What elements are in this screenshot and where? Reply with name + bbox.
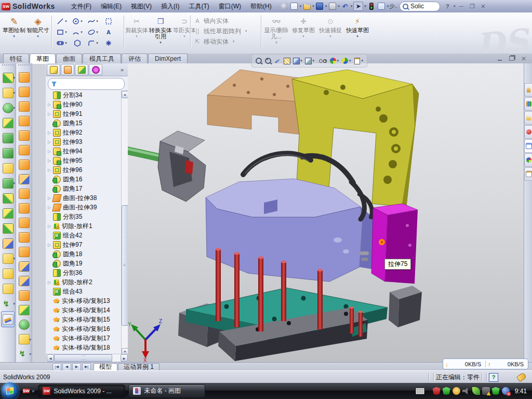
start-button[interactable] xyxy=(1,382,19,399)
circle-icon[interactable]: ▾ xyxy=(70,16,85,26)
line-icon[interactable]: ▾ xyxy=(54,16,70,26)
fillet-icon[interactable]: ▾ xyxy=(0,100,16,115)
surface-revolve-icon[interactable]: ▾ xyxy=(16,85,32,99)
command-tab[interactable]: 模具工具 xyxy=(83,54,121,63)
study-nav-button[interactable]: ◀ xyxy=(62,363,71,371)
options-icon[interactable] xyxy=(377,2,386,10)
planar-surface-icon[interactable]: ▾ xyxy=(16,157,32,172)
delete-body-icon[interactable]: ▾ xyxy=(0,266,16,281)
dropdown-arrow-icon[interactable]: ▾ xyxy=(136,34,138,38)
taskbar-clock[interactable]: 9:41 xyxy=(515,388,527,395)
solidworks-resources-icon[interactable] xyxy=(524,125,532,139)
view-orientation-icon[interactable]: ▾ xyxy=(292,57,303,64)
rib-icon[interactable]: ▾ xyxy=(0,130,16,145)
linear-sketch-pattern-icon[interactable]: ⣿ 线性草图阵列 ▾ xyxy=(193,27,248,35)
help-button[interactable]: ? xyxy=(443,3,453,10)
untrim-surface-icon[interactable]: ▾ xyxy=(16,274,32,288)
feature-tree-item[interactable]: ▷ 实体-移动/复制14 xyxy=(46,305,121,315)
file-explorer-icon[interactable] xyxy=(524,111,532,125)
extrude-boss-icon[interactable]: ▾ xyxy=(0,85,16,100)
search-value[interactable]: Solic xyxy=(410,3,424,10)
delete-face-icon[interactable]: ▾ xyxy=(16,216,32,230)
feature-tree-item[interactable]: ▷ 圆角16 xyxy=(46,175,121,184)
dropdown-arrow-icon[interactable]: ▾ xyxy=(13,76,15,80)
dropdown-arrow-icon[interactable]: ▾ xyxy=(13,302,15,306)
study-nav-button[interactable]: |◀ xyxy=(52,363,61,371)
feature-tree-item[interactable]: ▷ 圆角18 xyxy=(46,249,121,259)
point-icon[interactable]: ▾ xyxy=(16,332,32,347)
quick-snaps-icon[interactable]: ⊙ 快速捕捉 ▾ xyxy=(317,14,344,50)
graphics-area[interactable]: Y Z X xyxy=(128,63,524,362)
command-tab[interactable]: 特征 xyxy=(3,54,29,63)
hole-wizard-icon[interactable]: ▾ xyxy=(0,161,16,176)
reference-geometry-icon[interactable]: ▾ xyxy=(0,281,16,296)
menu-item[interactable]: 工具(T) xyxy=(184,1,214,12)
dropdown-arrow-icon[interactable]: ▾ xyxy=(245,29,247,33)
feature-tree-item[interactable]: ▷ 实体-移动/复制13 xyxy=(46,296,121,305)
updater-icon[interactable] xyxy=(472,387,480,395)
insert-part-icon[interactable]: ▾ xyxy=(0,251,16,266)
instant3d-icon[interactable]: ▾ xyxy=(1,311,15,327)
trim-surface-icon[interactable]: ▾ xyxy=(16,259,32,274)
toolbar-drag-handle[interactable] xyxy=(18,64,30,69)
featuremanager-tab-icon[interactable] xyxy=(47,64,60,75)
extrude-cut-icon[interactable]: ▾ xyxy=(0,70,16,85)
input-method-icon[interactable] xyxy=(416,388,424,394)
spline-tool-icon[interactable]: ↯ ▾ xyxy=(16,347,32,361)
feature-tree-item[interactable]: ▷ 实体-移动/复制18 xyxy=(46,343,121,352)
dropdown-arrow-icon[interactable]: ▾ xyxy=(13,34,15,38)
feature-tree-item[interactable]: ▷ 分割34 xyxy=(46,90,121,100)
toolbar-drag-handle[interactable] xyxy=(2,64,14,69)
convert-entities-icon[interactable]: ❒ 转换实体引用 ▾ xyxy=(149,14,172,50)
tree-horizontal-scrollbar[interactable]: ◀ ▶ xyxy=(46,354,129,362)
curved-surface-icon[interactable]: ▾ xyxy=(16,201,32,216)
zoom-area-icon[interactable] xyxy=(264,57,272,64)
expander-icon[interactable]: ▷ xyxy=(48,224,53,229)
dimxpertmanager-tab-icon[interactable] xyxy=(89,64,102,75)
rebuild-icon[interactable] xyxy=(367,2,376,10)
feature-tree-item[interactable]: ▷ 曲面-拉伸39 xyxy=(46,203,121,212)
command-tab[interactable]: 评估 xyxy=(122,54,148,63)
boundary-surface-icon[interactable]: ▾ xyxy=(16,128,32,143)
capture-toolbar-label[interactable]: 少.. xyxy=(389,3,397,10)
dropdown-arrow-icon[interactable]: ▾ xyxy=(302,34,304,38)
command-tab[interactable]: 曲面 xyxy=(56,54,82,63)
undo-icon[interactable]: ↶ xyxy=(341,2,350,10)
ruled-surface-icon[interactable]: ▾ xyxy=(16,245,32,259)
feature-tree-item[interactable]: ▷ 拉伸93 xyxy=(46,137,121,147)
combine-icon[interactable]: ▾ xyxy=(0,191,16,206)
curve-icon[interactable]: ↯ ▾ xyxy=(0,296,16,311)
view-palette-icon[interactable] xyxy=(524,139,532,153)
dropdown-arrow-icon[interactable]: ▾ xyxy=(356,34,358,38)
knit-surface-icon[interactable]: ▾ xyxy=(16,172,32,187)
feature-tree-item[interactable]: ▷ 分割36 xyxy=(46,268,121,277)
expander-icon[interactable]: ▷ xyxy=(48,158,53,163)
apply-scene-icon[interactable]: ▾ xyxy=(341,57,352,64)
quick-tips-button[interactable]: ? xyxy=(489,373,498,382)
dropdown-arrow-icon[interactable]: ▾ xyxy=(275,41,277,45)
feature-tree-item[interactable]: ▷ 拉伸91 xyxy=(46,109,121,118)
print-icon[interactable] xyxy=(328,2,337,10)
model-tab[interactable]: 模型 xyxy=(94,363,117,371)
pin-icon[interactable] xyxy=(280,2,289,10)
extend-surface-icon[interactable]: ▾ xyxy=(16,288,32,303)
save-icon[interactable] xyxy=(315,2,324,10)
certificate-icon[interactable] xyxy=(453,387,460,395)
menu-item[interactable]: 窗口(W) xyxy=(214,1,246,12)
ellipse-icon[interactable]: ▾ xyxy=(85,26,101,37)
feature-tree-item[interactable]: ▷ 圆角15 xyxy=(46,118,121,128)
expander-icon[interactable]: ▷ xyxy=(48,102,53,107)
custom-properties-icon[interactable] xyxy=(524,167,532,181)
hide-show-items-icon[interactable]: ▾ xyxy=(317,57,327,64)
feature-tree-item[interactable]: ▷ 曲面-拉伸38 xyxy=(46,193,121,203)
move-entities-icon[interactable]: ⇱ 移动实体 ▾ xyxy=(193,37,248,46)
network-warning-icon[interactable] xyxy=(482,387,490,395)
dropdown-arrow-icon[interactable]: ▾ xyxy=(29,352,31,356)
open-icon[interactable] xyxy=(302,2,311,10)
appearances-icon[interactable] xyxy=(524,153,532,167)
sketch-pencil-icon[interactable]: ✎ 草图绘制 ▾ xyxy=(2,14,26,50)
model-tab[interactable]: 运动算例 1 xyxy=(118,363,159,371)
draft-icon[interactable]: ▾ xyxy=(0,145,16,161)
feature-tree-item[interactable]: ▷ 分割35 xyxy=(46,212,121,221)
menu-item[interactable]: 插入(I) xyxy=(156,1,184,12)
